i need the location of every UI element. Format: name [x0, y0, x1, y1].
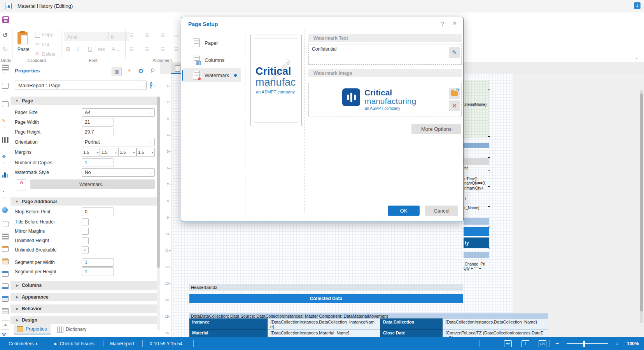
zoom-100-icon[interactable]: 100	[539, 340, 546, 347]
film-strip-tool-icon[interactable]	[2, 234, 9, 239]
selection-handle[interactable]	[488, 186, 490, 187]
margin-top-stepper[interactable]: 1.5▴	[100, 148, 118, 157]
selection-handle[interactable]	[488, 206, 490, 207]
zoom-in-button[interactable]: +	[615, 337, 619, 350]
events-lightning-icon[interactable]: ⚡	[127, 67, 131, 74]
paste-label[interactable]: Paste	[18, 47, 30, 52]
panel-tool-icon[interactable]	[2, 101, 9, 107]
dialog-nav-watermark[interactable]: Watermark	[183, 68, 241, 82]
underline-button[interactable]: U	[88, 46, 92, 52]
font-name-select[interactable]: Arial⌄	[65, 32, 111, 41]
chevron-right-icon[interactable]: ›	[4, 125, 5, 129]
ok-button[interactable]: OK	[388, 206, 420, 216]
table-cell-close-date[interactable]: Close Date	[380, 329, 443, 337]
title-before-header-checkbox[interactable]	[82, 218, 89, 225]
bold-button[interactable]: B	[66, 46, 70, 52]
fit-page-height-icon[interactable]: ⇕	[522, 340, 529, 347]
undo-icon[interactable]: ↺	[2, 31, 8, 39]
selection-handle[interactable]	[488, 248, 490, 248]
justify-icon[interactable]: ☰	[174, 47, 178, 52]
ticket-tool-icon[interactable]	[2, 221, 9, 227]
gauge-tool-icon[interactable]: ◔	[2, 189, 5, 195]
header-band[interactable]: HeaderBand2	[189, 284, 463, 290]
canvas-vertical-scrollbar[interactable]	[640, 90, 643, 323]
zoom-slider-track[interactable]	[567, 343, 608, 344]
footer-tab-properties[interactable]: Properties	[14, 324, 51, 334]
delete-label[interactable]: Delete	[42, 51, 56, 57]
section-behavior[interactable]: ▶Behavior	[10, 304, 160, 313]
footer-tab-dictionary[interactable]: Dictionary	[54, 324, 90, 334]
margin-right-stepper[interactable]: 1.5▸	[118, 148, 136, 157]
paper-size-select[interactable]: A4⌄	[82, 108, 155, 117]
section-page[interactable]: ▼Page	[10, 97, 160, 105]
sort-az-icon[interactable]: AZ	[150, 82, 152, 89]
tools-icon[interactable]: ⚒	[2, 332, 6, 338]
paste-icon[interactable]	[18, 32, 28, 44]
selection-handle[interactable]	[488, 90, 490, 90]
shapes-tool-icon[interactable]: ❖	[2, 154, 6, 160]
unlimited-breakable-checkbox[interactable]: ✓	[82, 246, 89, 253]
margin-left-stepper[interactable]: 1.5◂	[82, 148, 100, 157]
chevron-right-icon[interactable]: ›	[4, 179, 5, 182]
chevron-right-icon[interactable]: ›	[4, 108, 5, 111]
band-tool-icon[interactable]	[2, 65, 9, 70]
image-tool-icon[interactable]	[2, 320, 9, 326]
copy-label[interactable]: Copy	[42, 32, 53, 37]
collected-data-band[interactable]: Collected Data	[189, 294, 463, 303]
window-fill-tool-icon[interactable]	[2, 296, 9, 302]
strikethrough-button[interactable]: abc	[98, 47, 105, 51]
table-cell-instance[interactable]: Instance	[189, 318, 268, 329]
stop-before-print-input[interactable]: 0	[82, 208, 114, 216]
align-left-icon[interactable]: ☰	[130, 47, 134, 52]
data-band[interactable]: DataDataCollection; Data Source: DataCol…	[189, 313, 548, 319]
section-page-additional[interactable]: ▼Page Additional	[10, 197, 160, 206]
properties-scrollbar[interactable]	[157, 97, 160, 330]
redo-icon[interactable]: ↻	[2, 45, 8, 53]
segment-per-height-input[interactable]: 1	[82, 267, 114, 276]
text-panel-tool-icon[interactable]	[2, 308, 9, 314]
check-for-issues-button[interactable]: ▶ Check for Issues	[54, 337, 94, 350]
watermark-style-select[interactable]: No⌄	[82, 168, 155, 177]
fit-page-width-icon[interactable]: ◂▪▸	[504, 340, 512, 347]
settings-gear-icon[interactable]: ⚙	[138, 67, 144, 75]
selection-handle[interactable]	[488, 157, 490, 158]
table-cell-material[interactable]: Material	[189, 329, 268, 337]
segment-per-width-input[interactable]: 1	[82, 258, 114, 267]
export-icon[interactable]: ↧	[634, 2, 640, 9]
margin-bottom-stepper[interactable]: 1.5▾	[136, 148, 155, 157]
component-selector-dropdown[interactable]: MainReport : Page⌄	[15, 81, 147, 90]
remove-image-button[interactable]: ✕	[449, 100, 460, 111]
mirror-margins-checkbox[interactable]	[82, 228, 89, 235]
edit-watermark-text-button[interactable]: ✎	[449, 47, 460, 58]
align-middle-icon[interactable]: ☰	[145, 33, 149, 38]
band-fragment[interactable]	[464, 218, 489, 225]
selection-handle[interactable]	[488, 171, 490, 171]
zoom-out-button[interactable]: −	[555, 337, 559, 350]
dialog-nav-paper[interactable]: Paper	[183, 36, 241, 50]
font-size-select[interactable]: 8⌄	[108, 32, 129, 41]
section-columns[interactable]: ▶Columns	[10, 281, 160, 290]
unlimited-height-checkbox[interactable]	[82, 237, 89, 244]
close-icon[interactable]: ×	[453, 19, 457, 27]
table-cell-data-collection-value[interactable]: {DataCollectionInstances.DataCollection_…	[443, 318, 548, 329]
align-top-icon[interactable]: ☰	[130, 33, 135, 38]
watermark-text-box[interactable]: Confidential	[308, 44, 462, 65]
barcode-tool-icon[interactable]	[2, 137, 9, 143]
page-width-input[interactable]: 21	[82, 118, 114, 127]
chart-tool-icon[interactable]	[2, 172, 9, 178]
cancel-button[interactable]: Cancel	[425, 206, 458, 216]
cut-label[interactable]: Cut	[42, 42, 49, 47]
dialog-nav-columns[interactable]: Columns	[183, 53, 241, 67]
more-options-button[interactable]: More Options	[411, 124, 461, 134]
band-fragment[interactable]	[464, 252, 489, 258]
align-bottom-icon[interactable]: ☰	[161, 33, 165, 38]
number-of-copies-input[interactable]: 1	[82, 158, 114, 167]
selection-handle[interactable]	[488, 136, 490, 137]
report-component-fragment[interactable]	[464, 80, 489, 137]
watermark-button[interactable]: Watermark...	[30, 179, 155, 189]
window-top-tool-icon[interactable]	[2, 271, 9, 277]
chevron-right-icon[interactable]: ›	[4, 144, 5, 147]
table-cell-instance-value[interactable]: {DataCollectionInstances.DataCollection_…	[268, 318, 380, 329]
save-icon[interactable]	[2, 16, 9, 23]
chevron-right-icon[interactable]: ›	[4, 196, 5, 200]
